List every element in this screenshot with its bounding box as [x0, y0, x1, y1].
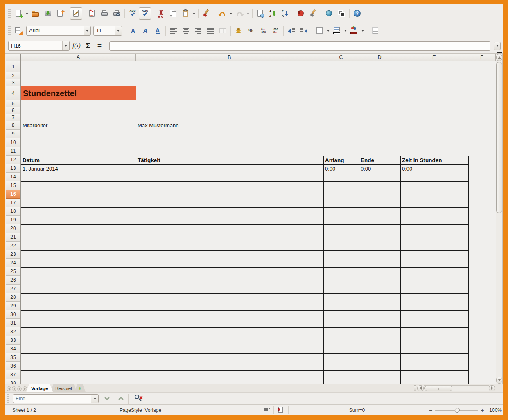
cell-ende-value[interactable]: 0:00 [361, 165, 371, 173]
next-sheet-button[interactable] [17, 386, 22, 391]
row-header-20[interactable]: 20 [6, 224, 20, 233]
open-button[interactable] [29, 7, 42, 20]
horizontal-split-handle[interactable] [414, 385, 416, 391]
row-header-14[interactable]: 14 [6, 173, 20, 181]
page-style-status[interactable]: PageStyle_Vorlage [120, 405, 161, 415]
column-header-A[interactable]: A [21, 54, 136, 61]
row-header-26[interactable]: 26 [6, 276, 20, 285]
cell-mitarbeiter-label[interactable]: Mitarbeiter [23, 121, 47, 130]
draw-functions-button[interactable] [307, 7, 319, 20]
font-color-button[interactable] [348, 25, 360, 37]
previous-sheet-button[interactable] [12, 386, 16, 391]
find-next-button[interactable] [101, 394, 113, 404]
row-header-13[interactable]: 13 [6, 164, 20, 173]
row-header-4[interactable]: 4 [6, 86, 20, 100]
help-button[interactable]: ? [351, 7, 364, 20]
toolbar-grip[interactable] [8, 9, 11, 18]
row-header-36[interactable]: 36 [6, 362, 20, 370]
insert-chart-button[interactable] [295, 7, 307, 20]
new-document-button[interactable] [12, 7, 25, 20]
borders-button[interactable] [314, 25, 326, 37]
selection-mode-icon[interactable] [264, 408, 268, 411]
redo-dropdown[interactable] [246, 8, 251, 19]
add-sheet-tab[interactable]: + [75, 384, 86, 392]
sheet-tab-beispiel[interactable]: Beispiel [50, 384, 77, 392]
row-header-9[interactable]: 9 [6, 130, 20, 138]
sort-ascending-button[interactable]: AZ [266, 7, 279, 20]
paste-dropdown[interactable] [192, 8, 196, 19]
find-dropdown[interactable] [91, 395, 98, 403]
zoom-in-button[interactable]: + [481, 407, 484, 413]
last-sheet-button[interactable] [23, 386, 27, 391]
column-header-E[interactable]: E [400, 54, 468, 61]
row-header-34[interactable]: 34 [6, 345, 20, 353]
row-header-17[interactable]: 17 [6, 199, 20, 207]
column-header-D[interactable]: D [359, 54, 400, 61]
align-left-button[interactable] [167, 25, 180, 37]
navigator-button[interactable] [323, 7, 335, 20]
row-header-27[interactable]: 27 [6, 285, 20, 293]
scroll-up-button[interactable] [496, 54, 502, 61]
save-button[interactable] [42, 7, 54, 20]
font-name-dropdown[interactable] [84, 26, 90, 35]
row-header-30[interactable]: 30 [6, 310, 20, 319]
scroll-down-button[interactable] [496, 377, 502, 384]
decrease-indent-button[interactable] [285, 25, 298, 37]
horizontal-scrollbar-thumb[interactable] [424, 386, 452, 391]
undo-dropdown[interactable] [228, 8, 233, 19]
column-header-F[interactable]: F [468, 54, 496, 61]
row-header-23[interactable]: 23 [6, 250, 20, 259]
cell-mitarbeiter-value[interactable]: Max Mustermann [138, 121, 178, 130]
equals-button[interactable]: = [94, 42, 105, 50]
header-ende[interactable]: Ende [361, 156, 374, 165]
cell-zeit-value[interactable]: 0:00 [402, 165, 412, 173]
vertical-scrollbar[interactable] [496, 54, 503, 384]
add-decimal-button[interactable]: 0→.000 [257, 25, 269, 37]
cells-canvas[interactable]: Stundenzettel Mitarbeiter Max Mustermann… [21, 61, 496, 384]
select-all-corner[interactable] [6, 54, 21, 61]
row-header-32[interactable]: 32 [6, 327, 20, 336]
currency-format-button[interactable] [233, 25, 245, 37]
font-name-combobox[interactable]: Arial [26, 26, 91, 36]
redo-button[interactable] [233, 7, 246, 20]
sort-descending-button[interactable]: ZA [279, 7, 291, 20]
name-box[interactable]: H16 [8, 41, 70, 51]
print-button[interactable] [98, 7, 111, 20]
row-header-5[interactable]: 5 [6, 100, 20, 107]
zoom-slider[interactable] [435, 410, 478, 411]
toolbar-grip[interactable] [7, 394, 9, 403]
row-header-12[interactable]: 12 [6, 156, 20, 164]
scroll-right-button[interactable] [489, 385, 495, 391]
row-header-10[interactable]: 10 [6, 138, 20, 147]
font-color-dropdown[interactable] [360, 25, 365, 36]
document-modified-icon[interactable] [278, 407, 283, 413]
row-header-19[interactable]: 19 [6, 216, 20, 224]
background-color-dropdown[interactable] [343, 25, 348, 36]
expand-formula-bar-button[interactable] [494, 42, 501, 50]
row-header-31[interactable]: 31 [6, 319, 20, 327]
vertical-split-handle[interactable] [497, 52, 502, 53]
bold-button[interactable]: A [127, 25, 139, 37]
header-taetigkeit[interactable]: Tätigkeit [138, 156, 160, 165]
row-header-2[interactable]: 2 [6, 72, 20, 79]
borders-dropdown[interactable] [326, 25, 331, 36]
row-header-35[interactable]: 35 [6, 353, 20, 362]
align-justified-button[interactable] [204, 25, 217, 37]
row-header-3[interactable]: 3 [6, 79, 20, 86]
row-header-28[interactable]: 28 [6, 293, 20, 302]
zoom-out-button[interactable]: − [429, 407, 432, 413]
hyperlink-button[interactable] [254, 7, 266, 20]
merge-cells-button[interactable] [217, 25, 229, 37]
styles-button[interactable] [12, 25, 25, 37]
row-header-24[interactable]: 24 [6, 259, 20, 267]
row-header-21[interactable]: 21 [6, 233, 20, 242]
formula-input-line[interactable] [109, 41, 490, 51]
font-size-dropdown[interactable] [115, 26, 122, 35]
copy-button[interactable] [167, 7, 179, 20]
percent-format-button[interactable]: % [245, 25, 257, 37]
undo-button[interactable] [216, 7, 228, 20]
row-header-37[interactable]: 37 [6, 370, 20, 379]
email-button[interactable] [54, 7, 66, 20]
underline-button[interactable]: A [151, 25, 164, 37]
align-center-button[interactable] [180, 25, 192, 37]
